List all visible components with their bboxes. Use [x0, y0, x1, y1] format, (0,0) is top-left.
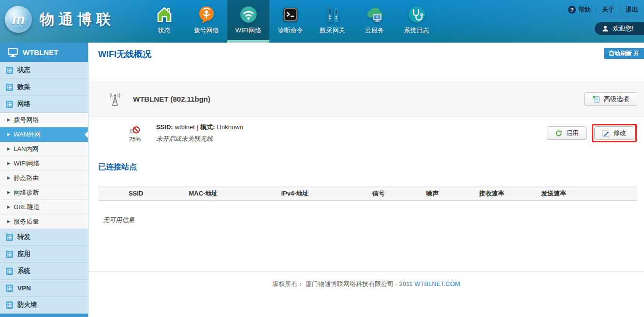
nav-item-数采网关[interactable]: 数采网关 [311, 0, 353, 43]
wifi-info: SSID:wtblnet|模式:Unknown 未开启或未关联无线 [156, 123, 245, 143]
column-header-IPv4-地址: IPv4-地址 [233, 189, 357, 198]
logs-icon [407, 4, 427, 25]
auto-refresh-badge[interactable]: 自动刷新 开 [604, 48, 644, 59]
home-icon [154, 4, 175, 25]
sidebar-item-网络[interactable]: 网络 [0, 96, 88, 113]
sidebar-subitem-网络诊断[interactable]: ▶ 网络诊断 [0, 185, 88, 200]
user-icon [602, 25, 609, 32]
ssid-mode-separator: | [197, 123, 198, 131]
list-icon [6, 234, 13, 241]
nav-item-拨号网络[interactable]: 拨号网络 [185, 0, 227, 43]
wifi-status-text: 未开启或未关联无线 [156, 135, 245, 143]
sidebar-partial-item [0, 314, 88, 317]
stations-heading: 已连接站点 [98, 162, 137, 172]
enable-button[interactable]: 启用 [547, 126, 587, 140]
column-header-MAC-地址: MAC-地址 [174, 189, 233, 198]
list-icon [6, 302, 13, 309]
help-icon[interactable]: ? [568, 6, 576, 14]
page-title: WIFI无线概况 [98, 48, 151, 60]
list-icon [6, 251, 13, 258]
advanced-options-icon [592, 95, 600, 103]
list-icon [6, 285, 13, 292]
caret-icon: ▶ [7, 219, 10, 224]
sidebar-item-应用[interactable]: 应用 [0, 246, 88, 263]
mode-value: Unknown [217, 123, 243, 131]
welcome-text: 欢迎您! [613, 24, 633, 33]
wifi-status-row: 25% SSID:wtblnet|模式:Unknown 未开启或未关联无线 启用 [88, 118, 644, 148]
stations-table-header: SSIDMAC-地址IPv4-地址信号噪声接收速率发送速率 [98, 186, 637, 201]
sidebar-item-VPN[interactable]: VPN [0, 280, 88, 297]
modify-label: 修改 [614, 129, 626, 137]
sidebar-item-防火墙[interactable]: 防火墙 [0, 297, 88, 314]
sidebar-item-系统[interactable]: 系统 [0, 263, 88, 280]
top-header: m 物通博联 状态 拨号网络 WIFI网络 诊断命令 数采网关 云服务 系统日志… [0, 0, 644, 43]
caret-icon: ▶ [7, 161, 10, 166]
sidebar-subitem-LAN内网[interactable]: ▶ LAN内网 [0, 142, 88, 156]
highlight-box: 修改 [592, 124, 637, 142]
list-icon [6, 67, 13, 74]
wifi-panel-header: WTBLNET (802.11bgn) 高级选项 [88, 81, 644, 117]
signal-indicator: 25% [129, 123, 147, 143]
column-header-噪声: 噪声 [400, 189, 465, 198]
sidebar-subitem-WIFI网络[interactable]: ▶ WIFI网络 [0, 156, 88, 171]
caret-icon: ▶ [7, 205, 10, 209]
antenna-icon [108, 92, 122, 106]
advanced-options-button[interactable]: 高级选项 [584, 92, 637, 106]
signal-percent: 25% [129, 136, 141, 143]
sidebar: WTBLNET 状态 数采 网络 ▶ 拨号网络 ▶ WAN外网 ▶ LAN内网 … [0, 43, 88, 317]
sidebar-menu: 状态 数采 网络 ▶ 拨号网络 ▶ WAN外网 ▶ LAN内网 ▶ WIFI网络… [0, 62, 88, 314]
sidebar-title: WTBLNET [23, 48, 58, 57]
main-content: WIFI无线概况 自动刷新 开 WTBLNET (802.11bgn) 高级选项… [88, 43, 644, 317]
footer-link[interactable]: WTBLNET.COM [414, 280, 460, 287]
column-header-信号: 信号 [357, 189, 400, 198]
wifi-network-heading: WTBLNET (802.11bgn) [133, 95, 210, 103]
nav-item-诊断命令[interactable]: 诊断命令 [269, 0, 311, 43]
sidebar-subitem-静态路由[interactable]: ▶ 静态路由 [0, 171, 88, 185]
nav-item-状态[interactable]: 状态 [143, 0, 185, 43]
logout-link[interactable]: 退出 [626, 5, 638, 14]
sidebar-subitem-服务质量[interactable]: ▶ 服务质量 [0, 214, 88, 229]
footer: 版权所有： 厦门物通博联网络科技有限公司 · 2011 WTBLNET.COM [88, 280, 644, 288]
brand-glyph: m [12, 12, 25, 27]
nav-item-WIFI网络[interactable]: WIFI网络 [227, 0, 269, 43]
sidebar-item-数采[interactable]: 数采 [0, 79, 88, 96]
nav-item-云服务[interactable]: 云服务 [353, 0, 395, 43]
list-icon [6, 101, 13, 108]
column-header-接收速率: 接收速率 [465, 189, 519, 198]
dialup-icon [196, 4, 217, 25]
copyright-text: 版权所有： 厦门物通博联网络科技有限公司 · 2011 [272, 280, 412, 287]
edit-icon [602, 130, 610, 137]
signal-blocked-icon [129, 123, 140, 135]
sidebar-subitem-拨号网络[interactable]: ▶ 拨号网络 [0, 113, 88, 127]
enable-label: 启用 [566, 129, 579, 137]
wifi-action-buttons: 启用 修改 [547, 124, 637, 142]
list-icon [6, 84, 13, 91]
ssid-value: wtblnet [175, 123, 195, 131]
sidebar-item-转发[interactable]: 转发 [0, 229, 88, 246]
wifi-icon [238, 4, 259, 25]
top-links: ? 帮助 关于 退出 [568, 5, 638, 14]
sidebar-item-状态[interactable]: 状态 [0, 62, 88, 79]
cloud-icon [365, 4, 385, 25]
modify-button[interactable]: 修改 [594, 126, 634, 140]
monitor-icon [8, 48, 18, 57]
caret-icon: ▶ [7, 118, 10, 122]
sidebar-subitem-GRE隧道[interactable]: ▶ GRE隧道 [0, 200, 88, 214]
caret-icon: ▶ [7, 176, 10, 180]
sidebar-header: WTBLNET [0, 43, 88, 62]
list-icon [6, 268, 13, 275]
brand-logo-icon: m [5, 6, 32, 33]
help-link[interactable]: 帮助 [578, 5, 591, 14]
column-header-SSID: SSID [98, 190, 174, 197]
sidebar-subitem-WAN外网[interactable]: ▶ WAN外网 [0, 127, 88, 142]
gateway-icon [322, 4, 343, 25]
about-link[interactable]: 关于 [602, 5, 615, 14]
welcome-badge[interactable]: 欢迎您! [595, 22, 644, 35]
nav-item-系统日志[interactable]: 系统日志 [395, 0, 438, 43]
refresh-icon [555, 130, 562, 137]
stations-empty-text: 无可用信息 [103, 216, 134, 225]
mode-label: 模式: [200, 123, 215, 131]
ssid-label: SSID: [156, 123, 173, 131]
links-divider [620, 7, 620, 13]
brand-logo: m 物通博联 [5, 6, 115, 33]
